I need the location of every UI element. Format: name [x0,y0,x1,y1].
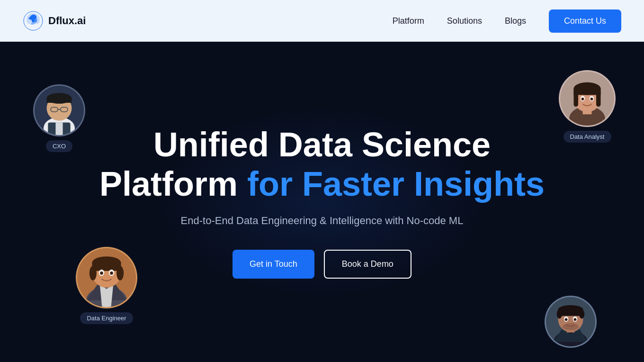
navbar: Dflux.ai Platform Solutions Blogs Contac… [0,0,644,42]
hero-subtitle: End-to-End Data Engineering & Intelligen… [181,215,464,227]
hero-title-line2: Platform for Faster Insights [99,164,545,204]
svg-rect-19 [574,88,601,95]
logo-text: Dflux.ai [48,15,86,27]
avatar-cxo: CXO [33,84,85,152]
avatar-br-image [545,296,597,348]
svg-rect-6 [47,98,72,102]
avatar-cxo-label: CXO [46,140,72,152]
svg-point-48 [574,318,577,321]
avatar-analyst-label: Data Analyst [564,131,611,143]
nav-links: Platform Solutions Blogs Contact Us [393,9,621,33]
get-in-touch-button[interactable]: Get in Touch [233,250,314,279]
avatar-analyst: Data Analyst [559,70,616,143]
svg-point-23 [590,98,593,100]
hero-title-line1: Unified Data Science [153,125,491,164]
hero-content: Unified Data Science Platform for Faster… [99,125,545,279]
contact-us-button[interactable]: Contact Us [549,9,621,33]
nav-solutions[interactable]: Solutions [447,16,482,26]
hero-section: CXO [0,42,644,362]
nav-blogs[interactable]: Blogs [505,16,526,26]
avatar-cxo-image [33,84,85,136]
avatar-analyst-image [559,70,616,127]
avatar-engineer-label: Data Engineer [80,312,133,324]
svg-point-42 [557,309,562,318]
avatar-bottom-right [545,296,597,348]
svg-point-47 [565,318,568,321]
svg-point-22 [581,98,584,100]
hero-buttons: Get in Touch Book a Demo [233,250,411,279]
nav-platform[interactable]: Platform [393,16,424,26]
book-a-demo-button[interactable]: Book a Demo [324,250,411,279]
svg-rect-11 [55,123,63,135]
svg-point-43 [579,309,584,318]
svg-point-30 [89,266,97,281]
svg-point-1 [32,19,35,22]
logo-icon [23,10,44,31]
logo[interactable]: Dflux.ai [23,10,86,31]
